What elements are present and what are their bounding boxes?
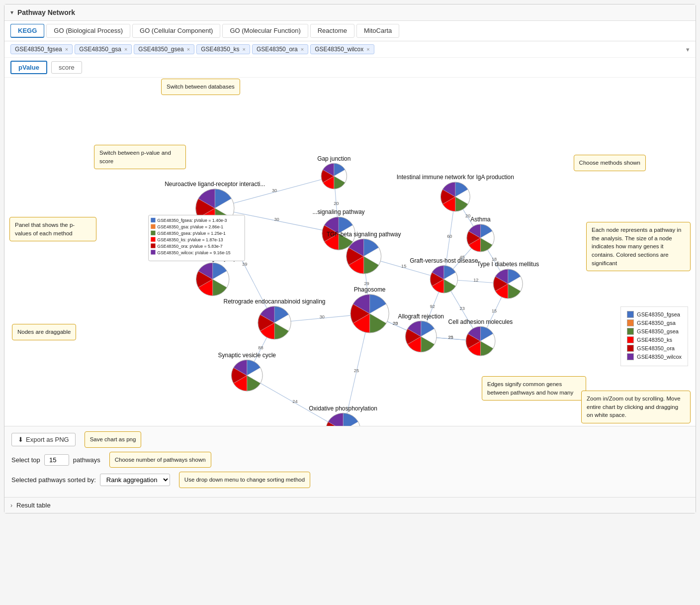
sorted-by-row: Selected pathways sorted by: Rank aggreg…	[11, 472, 689, 488]
legend-color-fgsea	[627, 311, 634, 318]
methods-dropdown-arrow[interactable]: ▾	[686, 46, 690, 53]
tab-kegg[interactable]: KEGG	[10, 24, 44, 38]
svg-text:60: 60	[447, 234, 452, 239]
legend-color-gsa	[627, 319, 634, 326]
svg-rect-83	[151, 237, 155, 242]
legend-color-ks	[627, 336, 634, 343]
annotation-switch-db: Switch between databases	[161, 79, 240, 95]
legend-item-gsea: GSE48350_gsea	[627, 328, 682, 335]
svg-text:23: 23	[393, 321, 398, 326]
svg-text:Gap junction: Gap junction	[317, 155, 350, 162]
tab-mitocarta[interactable]: MitoCarta	[356, 24, 399, 38]
section-header: ▾ Pathway Network	[4, 4, 696, 21]
select-top-input[interactable]	[44, 454, 69, 466]
annotation-save-png: Save chart as png	[85, 431, 142, 448]
annotation-switch-pvalue: Switch between p-value and score	[94, 145, 186, 169]
legend-color-ora	[627, 345, 634, 352]
svg-text:Allograft rejection: Allograft rejection	[398, 313, 444, 320]
database-tabs: KEGG GO (Biological Process) GO (Cellula…	[4, 21, 696, 41]
remove-ks[interactable]: ×	[243, 46, 246, 52]
remove-gsea[interactable]: ×	[187, 46, 190, 52]
svg-text:GSE48350_ora: pValue = 5.83e-7: GSE48350_ora: pValue = 5.83e-7	[157, 244, 223, 249]
svg-rect-87	[151, 250, 155, 254]
annotation-sorting-method: Use drop down menu to change sorting met…	[179, 472, 310, 488]
svg-text:GSE48350_gsa: pValue = 2.86e-1: GSE48350_gsa: pValue = 2.86e-1	[157, 224, 223, 229]
annotation-panel-pvalues: Panel that shows the p-values of each me…	[9, 217, 96, 241]
svg-text:30: 30	[320, 314, 325, 319]
svg-text:24: 24	[292, 399, 297, 404]
svg-text:29: 29	[364, 281, 369, 286]
svg-text:25: 25	[354, 368, 359, 373]
svg-text:Asthma: Asthma	[470, 216, 491, 223]
svg-text:Retrograde endocannabinoid sig: Retrograde endocannabinoid signaling	[224, 298, 326, 305]
legend-item-ora: GSE48350_ora	[627, 345, 682, 352]
svg-text:30: 30	[272, 188, 277, 193]
remove-fgsea[interactable]: ×	[65, 46, 68, 52]
svg-rect-85	[151, 243, 155, 248]
svg-text:Graft-versus-host disease: Graft-versus-host disease	[410, 257, 478, 264]
score-toggle[interactable]: score	[51, 61, 82, 74]
remove-wilcox[interactable]: ×	[366, 46, 369, 52]
select-top-label: Select top	[11, 456, 40, 464]
svg-text:GSE48350_fgsea: pValue = 1.40e: GSE48350_fgsea: pValue = 1.40e-3	[157, 218, 227, 223]
svg-text:23: 23	[448, 335, 453, 340]
chart-legend: GSE48350_fgsea GSE48350_gsa GSE48350_gse…	[620, 306, 688, 366]
result-table-label: Result table	[16, 502, 51, 509]
method-tag-ks[interactable]: GSE48350_ks×	[196, 44, 250, 54]
select-top-row: Select top pathways Choose number of pat…	[11, 452, 689, 468]
svg-text:12: 12	[473, 278, 478, 283]
collapse-chevron[interactable]: ▾	[10, 9, 13, 16]
tab-go-cell[interactable]: GO (Cellular Component)	[132, 24, 220, 38]
annotation-choose-pathways: Choose number of pathways shown	[109, 452, 211, 468]
svg-text:20: 20	[334, 201, 339, 206]
svg-text:TGF-beta signaling pathway: TGF-beta signaling pathway	[327, 231, 401, 238]
tab-reactome[interactable]: Reactome	[310, 24, 354, 38]
export-png-button[interactable]: ⬇ Export as PNG	[11, 433, 76, 446]
chart-area[interactable]: 3020243039206045182915129223202515308824…	[4, 78, 696, 426]
tab-go-bio[interactable]: GO (Biological Process)	[46, 24, 130, 38]
legend-item-wilcox: GSE48350_wilcox	[627, 353, 682, 360]
svg-rect-81	[151, 231, 155, 235]
method-tag-wilcox[interactable]: GSE48350_wilcox×	[310, 44, 374, 54]
annotation-choose-methods: Choose methods shown	[574, 155, 646, 171]
svg-text:Neuroactive ligand-receptor in: Neuroactive ligand-receptor interacti...	[165, 181, 265, 188]
download-icon: ⬇	[18, 436, 23, 443]
bottom-section: ⬇ Export as PNG Save chart as png Select…	[4, 426, 696, 497]
svg-text:20: 20	[465, 213, 470, 218]
sorting-dropdown[interactable]: Rank aggregation	[100, 474, 170, 486]
annotation-edges-info: Edges signify common genes between pathw…	[482, 376, 586, 401]
result-table-toggle[interactable]: › Result table	[4, 497, 696, 513]
svg-text:Cell adhesion molecules: Cell adhesion molecules	[448, 318, 513, 325]
method-tag-gsa[interactable]: GSE48350_gsa×	[75, 44, 132, 54]
legend-color-gsea	[627, 328, 634, 335]
svg-text:GSE48350_gsea: pValue = 1.25e-: GSE48350_gsea: pValue = 1.25e-1	[157, 231, 226, 236]
svg-text:GSE48350_wilcox: pValue = 9.16: GSE48350_wilcox: pValue = 9.16e-15	[157, 250, 231, 255]
svg-text:GSE48350_ks: pValue = 1.87e-13: GSE48350_ks: pValue = 1.87e-13	[157, 237, 223, 242]
methods-row: GSE48350_fgsea× GSE48350_gsa× GSE48350_g…	[4, 41, 696, 58]
controls-row: pValue score	[4, 58, 696, 78]
svg-text:Synaptic vesicle cycle: Synaptic vesicle cycle	[218, 352, 276, 359]
tab-go-mol[interactable]: GO (Molecular Function)	[222, 24, 308, 38]
method-tag-ora[interactable]: GSE48350_ora×	[252, 44, 308, 54]
svg-text:Intestinal immune network for : Intestinal immune network for IgA produc…	[397, 174, 514, 181]
legend-item-fgsea: GSE48350_fgsea	[627, 311, 682, 318]
method-tag-gsea[interactable]: GSE48350_gsea×	[134, 44, 194, 54]
svg-rect-79	[151, 224, 155, 229]
svg-rect-77	[151, 218, 155, 222]
svg-text:92: 92	[430, 304, 435, 309]
legend-item-gsa: GSE48350_gsa	[627, 319, 682, 326]
annotation-node-info: Each node represents a pathway in the an…	[586, 222, 691, 271]
svg-text:Phagosome: Phagosome	[354, 286, 386, 293]
legend-color-wilcox	[627, 353, 634, 360]
svg-text:23: 23	[460, 306, 465, 311]
svg-text:15: 15	[401, 264, 406, 269]
remove-gsa[interactable]: ×	[124, 46, 127, 52]
svg-text:39: 39	[242, 262, 247, 267]
method-tag-fgsea[interactable]: GSE48350_fgsea×	[10, 44, 73, 54]
remove-ora[interactable]: ×	[301, 46, 304, 52]
pvalue-toggle[interactable]: pValue	[10, 61, 47, 74]
svg-text:...signaling pathway: ...signaling pathway	[312, 208, 364, 215]
svg-text:30: 30	[274, 217, 279, 222]
export-row: ⬇ Export as PNG Save chart as png	[11, 431, 689, 448]
section-title: Pathway Network	[17, 8, 75, 16]
